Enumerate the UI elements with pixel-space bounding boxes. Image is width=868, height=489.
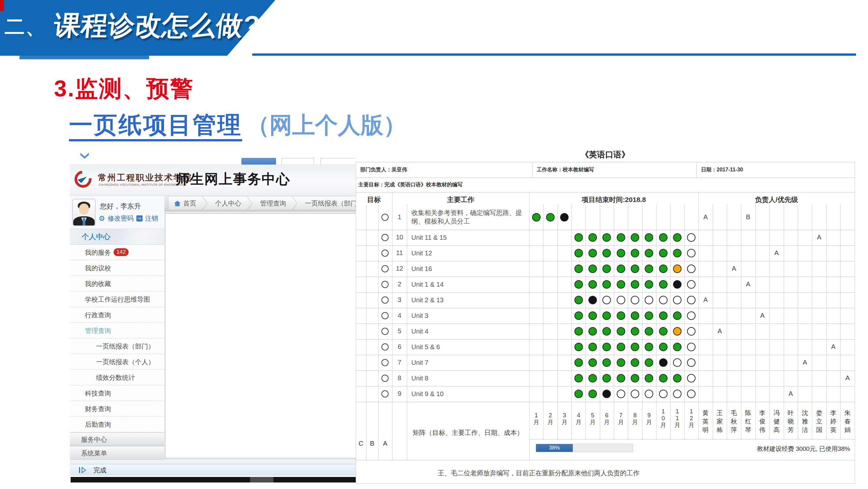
sidebar-item-4[interactable]: 学校工作运行思维导图 <box>70 292 164 307</box>
status-dot-green <box>645 312 653 320</box>
assignee-priority: A <box>699 213 713 221</box>
grid-line <box>356 177 855 178</box>
grid-line <box>356 460 855 460</box>
month-label: 6月 <box>600 412 614 426</box>
sidebar-item-5[interactable]: 行政查询 <box>70 307 164 323</box>
row-number: 8 <box>392 374 407 382</box>
logout-link[interactable]: 注销 <box>145 214 158 223</box>
priority-column-letter: C <box>358 440 364 447</box>
change-password-link[interactable]: 修改密码 <box>108 214 134 223</box>
sidebar-item-2[interactable]: 我的议校 <box>70 260 164 276</box>
status-dot-green <box>575 374 583 382</box>
sidebar-item-3[interactable]: 我的收藏 <box>70 276 164 292</box>
status-dot-green <box>617 358 625 367</box>
breadcrumb-item[interactable]: 一页纸报表（部门） <box>293 197 360 210</box>
sidebar-item-9[interactable]: 绩效分数统计 <box>70 370 164 385</box>
sidebar-item-6[interactable]: 管理查询 <box>70 323 164 339</box>
top-strip <box>70 148 360 165</box>
grid-line <box>378 205 378 460</box>
row-number: 6 <box>392 343 407 350</box>
top-input-box-1[interactable] <box>281 158 314 165</box>
goal-circle <box>381 234 389 241</box>
person-name: 冯健高 <box>769 409 784 434</box>
status-dot-hollow <box>687 374 695 382</box>
status-dot-green <box>673 312 682 320</box>
status-dot-green <box>588 312 597 320</box>
sidebar-item-14[interactable]: 系统菜单 <box>70 446 164 460</box>
breadcrumb-item[interactable]: 管理查询 <box>248 197 297 210</box>
col-header-work: 主要工作 <box>392 195 529 204</box>
status-dot-green <box>575 296 583 304</box>
col-header-goal: 目标 <box>356 195 392 204</box>
grid-line <box>696 162 697 177</box>
status-dot-green <box>575 327 583 336</box>
sidebar-item-1[interactable]: 我的服务142 <box>70 244 164 260</box>
grid-line <box>628 205 628 439</box>
chevron-down-icon[interactable] <box>81 153 89 159</box>
status-dot-green <box>617 343 625 351</box>
row-number: 11 <box>392 249 407 257</box>
assignee-priority: A <box>840 374 855 382</box>
status-dot-hollow <box>687 343 695 351</box>
sidebar-item-12[interactable]: 后勤查询 <box>70 417 164 432</box>
sidebar-item-10[interactable]: 科技查询 <box>70 385 164 401</box>
grid-line <box>392 192 393 460</box>
status-dot-green <box>631 280 639 289</box>
status-dot-green <box>659 327 668 336</box>
top-input-box-2[interactable] <box>320 158 359 165</box>
status-dot-hollow <box>617 390 625 398</box>
report-screenshot: 《英语口语》 部门负责人：吴亚伟工作名称：校本教材编写日期：2017-11-30… <box>356 148 856 484</box>
video-timeline[interactable] <box>71 477 359 483</box>
sidebar-item-11[interactable]: 财务查询 <box>70 401 164 417</box>
person-name: 黄英明 <box>699 409 713 434</box>
sidebar-item-8[interactable]: 一页纸报表（个人） <box>70 354 164 370</box>
status-dot-orange <box>673 264 682 273</box>
person-name: 朱春娟 <box>840 409 855 434</box>
budget-progress-bar: 38% <box>536 444 633 452</box>
portal-title: 师生网上事务中心 <box>176 170 290 188</box>
month-label: 2月 <box>543 412 557 426</box>
status-dot-green <box>602 358 611 367</box>
status-dot-green <box>602 233 611 242</box>
banner-title: 课程诊改怎么做? <box>52 8 262 44</box>
assignee-priority: A <box>741 281 755 288</box>
status-dot-green <box>602 280 611 289</box>
top-blue-button[interactable] <box>242 158 276 165</box>
status-dot-green <box>575 343 583 351</box>
status-dot-green <box>588 249 597 257</box>
status-dot-green <box>575 358 583 367</box>
user-greeting: 您好，李东升 <box>100 202 141 211</box>
sidebar-item-13[interactable]: 服务中心 <box>70 432 164 446</box>
assignee-priority: A <box>769 249 784 257</box>
status-dot-hollow <box>687 327 695 336</box>
assignee-priority: A <box>713 327 727 335</box>
status-dot-green <box>602 312 611 320</box>
status-dot-green <box>617 327 625 336</box>
task-label: 收集相关参考资料，确定编写思路、提纲、模板和人员分工 <box>411 208 526 225</box>
month-label: 11月 <box>670 408 684 429</box>
grid-line <box>784 205 784 439</box>
goal-circle <box>381 281 389 288</box>
status-dot-green <box>673 249 682 257</box>
assignee-priority: A <box>826 343 841 350</box>
row-number: 7 <box>392 359 407 366</box>
month-label: 1月 <box>529 412 543 426</box>
portal-header: 常州工程职业技术学院 CHANGZHOU VOCATIONAL INSTITUT… <box>70 165 360 196</box>
grid-line <box>356 386 855 386</box>
row-number: 10 <box>392 234 407 241</box>
status-dot-green <box>631 264 639 273</box>
status-dot-green <box>575 390 583 398</box>
month-label: 8月 <box>628 412 642 426</box>
grid-line <box>826 205 827 439</box>
status-dot-green <box>532 213 540 222</box>
report-goal: 主要目标：完成《英语口语》校本教材的编写 <box>358 181 846 188</box>
assignee-priority: A <box>755 312 770 319</box>
sidebar-item-7[interactable]: 一页纸报表（部门） <box>70 339 164 354</box>
status-dot-hollow <box>659 390 668 398</box>
grid-line <box>713 205 713 439</box>
breadcrumb-item[interactable]: 个人中心 <box>204 197 252 210</box>
breadcrumb-item[interactable]: 首页 <box>169 197 207 210</box>
status-dot-green <box>645 327 653 336</box>
user-links: ⚙ 修改密码 ↪ 注销 <box>99 214 158 223</box>
status-dot-green <box>659 280 668 289</box>
